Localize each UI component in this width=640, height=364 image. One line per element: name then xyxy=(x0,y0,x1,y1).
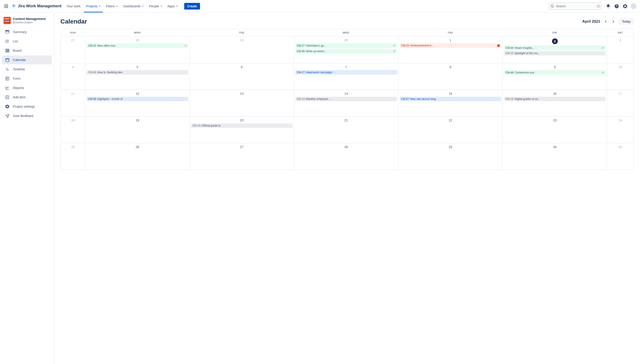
sidebar-item-calendar[interactable]: Calendar xyxy=(2,56,52,64)
event-title: Highlights - month of xyxy=(97,98,187,100)
calendar-event[interactable]: CM-48Conference tour✓ xyxy=(504,70,605,75)
calendar-day[interactable]: 30 xyxy=(502,143,607,170)
calendar-day[interactable]: 20CM-14Official guide to xyxy=(189,116,294,143)
calendar-day[interactable]: 28CM-23New office tour✓ xyxy=(85,36,189,63)
calendar-day[interactable]: 10 xyxy=(607,63,633,90)
profile-avatar[interactable] xyxy=(630,2,637,10)
sidebar-item-project-settings[interactable]: Project settings xyxy=(2,102,52,111)
sidebar-item-summary[interactable]: Summary xyxy=(2,28,52,36)
event-key: CM-23 xyxy=(88,44,96,47)
nav-apps[interactable]: Apps▼ xyxy=(165,3,180,9)
sidebar-item-label: Project settings xyxy=(13,105,35,108)
search-input[interactable] xyxy=(548,2,602,10)
nav-projects[interactable]: Projects▼ xyxy=(84,3,103,9)
calendar-event[interactable]: CM-56Highlights - month of xyxy=(87,97,188,101)
calendar-day[interactable]: 29 xyxy=(398,143,503,170)
calendar-day[interactable]: 21 xyxy=(294,116,398,143)
calendar-event[interactable]: CM-57New site launch blog xyxy=(400,97,501,101)
prev-month-button[interactable] xyxy=(602,18,609,25)
nav-dashboards[interactable]: Dashboards▼ xyxy=(121,3,146,9)
calendar-event[interactable]: CM-23New office tour✓ xyxy=(87,43,188,48)
sidebar-item-add-item[interactable]: Add item xyxy=(2,93,52,102)
event-key: CM-18 xyxy=(505,98,513,100)
calendar-day[interactable]: 15CM-57New site launch blog xyxy=(398,90,503,116)
calendar-day[interactable]: 18 xyxy=(61,116,85,143)
calendar-day[interactable]: 3 xyxy=(607,36,633,63)
calendar-day[interactable]: 13 xyxy=(189,90,294,116)
day-number: 16 xyxy=(504,91,605,97)
calendar-day[interactable]: 29 xyxy=(189,36,294,63)
sidebar-item-list[interactable]: List xyxy=(2,37,52,46)
calendar-day[interactable]: 27 xyxy=(189,143,294,170)
calendar-day[interactable]: 25 xyxy=(61,143,85,170)
chevron-down-icon: ▼ xyxy=(160,5,162,7)
calendar-event[interactable]: CM-27#teamwork campaign xyxy=(295,70,397,74)
calendar-day[interactable]: 2CM-44Share insights...✓CM-23Spotlight o… xyxy=(502,36,607,63)
next-month-button[interactable] xyxy=(609,18,617,25)
calendar-event[interactable]: CM-14Official guide to xyxy=(191,124,293,128)
calendar-day[interactable]: 17 xyxy=(607,90,633,116)
day-number: 29 xyxy=(191,38,293,43)
calendar-day[interactable]: 6 xyxy=(189,63,294,90)
calendar-day[interactable]: 9CM-48Conference tour✓ xyxy=(502,63,607,90)
calendar-day[interactable]: 28 xyxy=(294,143,398,170)
calendar-day[interactable]: 7CM-27#teamwork campaign xyxy=(294,63,398,90)
nav-filters[interactable]: Filters▼ xyxy=(104,3,120,9)
calendar-day[interactable]: 19 xyxy=(85,116,189,143)
sidebar-item-board[interactable]: Board xyxy=(2,46,52,55)
day-number: 14 xyxy=(295,91,397,97)
calendar-day[interactable]: 24 xyxy=(607,116,633,143)
calendar-day[interactable]: 12CM-56Highlights - month of xyxy=(85,90,189,116)
sidebar-item-label: Board xyxy=(13,49,22,52)
search-box[interactable]: / xyxy=(548,2,602,10)
day-number: 11 xyxy=(62,91,84,97)
calendar-day[interactable]: 22 xyxy=(398,116,503,143)
calendar-event[interactable]: CM-23Spotlight of the mo... xyxy=(504,51,605,56)
settings-icon[interactable] xyxy=(621,2,629,10)
notifications-icon[interactable] xyxy=(604,2,612,10)
calendar-day[interactable]: 4 xyxy=(61,63,85,90)
day-header: TUE xyxy=(189,29,294,36)
list-icon xyxy=(5,39,10,44)
jira-logo[interactable]: Jira Work Management xyxy=(12,4,62,9)
calendar-day[interactable]: 1CM-20Announcement b... xyxy=(398,36,503,63)
calendar-event[interactable]: CM-18Digital guides to ex... xyxy=(504,97,605,101)
sidebar-item-form[interactable]: Form xyxy=(2,74,52,83)
day-number: 6 xyxy=(191,64,293,70)
calendar-event[interactable]: CM-45Write up works...✓ xyxy=(295,49,397,54)
day-number: 15 xyxy=(400,91,501,97)
calendar-day[interactable]: 27 xyxy=(61,36,85,63)
sidebar-item-reports[interactable]: Reports xyxy=(2,84,52,92)
nav-your-work[interactable]: Your work xyxy=(64,3,83,9)
calendar-day[interactable]: 8 xyxy=(398,63,503,90)
calendar-day[interactable]: 30CM-27Hitchhiker's gu...✓CM-45Write up … xyxy=(294,36,398,63)
calendar-event[interactable]: CM-45How to: Building des xyxy=(87,70,188,74)
calendar-day[interactable]: 16CM-18Digital guides to ex... xyxy=(502,90,607,116)
jira-mark-icon xyxy=(12,4,17,9)
sidebar-item-timeline[interactable]: Timeline xyxy=(2,65,52,74)
sidebar-item-label: Form xyxy=(13,77,21,80)
help-icon[interactable] xyxy=(613,2,620,10)
calendar-event[interactable]: CM-27Hitchhiker's gu...✓ xyxy=(295,43,397,48)
event-title: Spotlight of the mo... xyxy=(514,52,604,55)
calendar-event[interactable]: CM-20Announcement b... xyxy=(400,43,501,48)
reports-icon xyxy=(5,86,10,90)
event-title: Digital guides to ex... xyxy=(514,98,604,100)
event-key: CM-27 xyxy=(297,71,305,74)
calendar-event[interactable]: CM-14Monthly employee ... xyxy=(295,97,397,101)
project-avatar xyxy=(4,17,11,24)
day-number: 30 xyxy=(295,38,397,43)
today-button[interactable]: Today xyxy=(619,18,634,25)
app-switcher-icon[interactable] xyxy=(3,3,10,10)
svg-rect-7 xyxy=(6,30,9,31)
calendar-day[interactable]: 14CM-14Monthly employee ... xyxy=(294,90,398,116)
create-button[interactable]: Create xyxy=(184,3,200,10)
calendar-event[interactable]: CM-44Share insights...✓ xyxy=(504,46,605,50)
sidebar-item-give-feedback[interactable]: Give feedback xyxy=(2,112,52,120)
calendar-day[interactable]: 23 xyxy=(502,116,607,143)
calendar-day[interactable]: 31 xyxy=(607,143,633,170)
calendar-day[interactable]: 11 xyxy=(61,90,85,116)
calendar-day[interactable]: 5CM-45How to: Building des xyxy=(85,63,189,90)
nav-people[interactable]: People▼ xyxy=(147,3,164,9)
calendar-day[interactable]: 26 xyxy=(85,143,189,170)
